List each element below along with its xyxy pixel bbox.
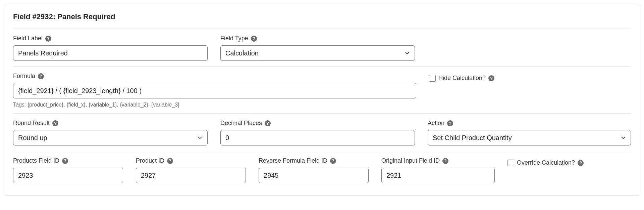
original-input-field-id-input[interactable] (381, 168, 495, 183)
product-id-input[interactable] (136, 168, 246, 183)
round-result-label: Round Result ? (13, 120, 208, 127)
help-icon[interactable]: ? (38, 73, 44, 79)
panel-title: Field #2932: Panels Required (13, 12, 631, 21)
round-result-select[interactable]: Round up (13, 130, 208, 145)
override-calculation-checkbox[interactable] (507, 160, 514, 166)
help-icon[interactable]: ? (167, 158, 173, 164)
hide-calculation-label: Hide Calculation? (438, 75, 486, 82)
help-icon[interactable]: ? (251, 36, 257, 42)
action-value: Set Child Product Quantity (433, 134, 512, 142)
override-calculation-group: Override Calculation? ? (507, 157, 631, 166)
decimal-places-group: Decimal Places ? (220, 120, 415, 145)
reverse-formula-field-id-label: Reverse Formula Field ID ? (259, 157, 369, 164)
products-field-id-text: Products Field ID (13, 157, 59, 164)
field-type-label: Field Type ? (220, 35, 415, 42)
field-type-group: Field Type ? Calculation (220, 35, 415, 61)
help-icon[interactable]: ? (330, 158, 336, 164)
product-id-text: Product ID (136, 157, 164, 164)
round-result-group: Round Result ? Round up (13, 120, 208, 145)
action-group: Action ? Set Child Product Quantity (428, 120, 631, 145)
decimal-places-text: Decimal Places (220, 120, 262, 127)
help-icon[interactable]: ? (488, 75, 494, 81)
hide-calculation-group: Hide Calculation? ? (429, 73, 631, 82)
row-label-type: Field Label ? Field Type ? Calculation (13, 29, 631, 64)
formula-label: Formula ? (13, 73, 416, 80)
action-text: Action (428, 120, 444, 127)
decimal-places-input[interactable] (220, 130, 415, 145)
help-icon[interactable]: ? (62, 158, 68, 164)
field-type-select[interactable]: Calculation (220, 45, 415, 61)
field-label-text: Field Label (13, 35, 43, 42)
help-icon[interactable]: ? (45, 36, 51, 42)
help-icon[interactable]: ? (442, 158, 448, 164)
hide-calculation-checkbox[interactable] (429, 75, 436, 82)
row-formula: Formula ? Tags: {product_price}, {field_… (13, 67, 631, 111)
field-label-input[interactable] (13, 45, 208, 61)
formula-tags-hint: Tags: {product_price}, {field_x}, {varia… (13, 102, 416, 108)
products-field-id-label: Products Field ID ? (13, 157, 123, 164)
row-ids: Products Field ID ? Product ID ? Reverse… (13, 151, 631, 186)
help-icon[interactable]: ? (447, 120, 453, 126)
reverse-formula-field-id-group: Reverse Formula Field ID ? (259, 157, 369, 183)
action-label: Action ? (428, 120, 631, 127)
chevron-down-icon (621, 135, 626, 140)
field-type-text: Field Type (220, 35, 248, 42)
decimal-places-label: Decimal Places ? (220, 120, 415, 127)
product-id-group: Product ID ? (136, 157, 246, 183)
product-id-label: Product ID ? (136, 157, 246, 164)
original-input-field-id-label: Original Input Field ID ? (381, 157, 495, 164)
round-result-value: Round up (18, 134, 47, 142)
row-round-action: Round Result ? Round up Decimal Places ?… (13, 114, 631, 148)
field-settings-panel: Field #2932: Panels Required Field Label… (5, 5, 639, 196)
chevron-down-icon (405, 50, 410, 56)
chevron-down-icon (197, 135, 203, 140)
round-result-text: Round Result (13, 120, 50, 127)
products-field-id-input[interactable] (13, 168, 123, 183)
formula-label-text: Formula (13, 73, 35, 80)
reverse-formula-field-id-input[interactable] (259, 168, 369, 183)
original-input-field-id-group: Original Input Field ID ? (381, 157, 495, 183)
help-icon[interactable]: ? (578, 160, 584, 166)
field-label-label: Field Label ? (13, 35, 208, 42)
override-calculation-label: Override Calculation? (517, 159, 575, 166)
formula-input[interactable] (13, 83, 416, 98)
products-field-id-group: Products Field ID ? (13, 157, 123, 183)
reverse-formula-field-id-text: Reverse Formula Field ID (259, 157, 327, 164)
help-icon[interactable]: ? (265, 120, 271, 126)
formula-group: Formula ? Tags: {product_price}, {field_… (13, 73, 416, 108)
original-input-field-id-text: Original Input Field ID (381, 157, 440, 164)
field-type-value: Calculation (225, 49, 259, 57)
field-label-group: Field Label ? (13, 35, 208, 61)
action-select[interactable]: Set Child Product Quantity (428, 130, 631, 145)
help-icon[interactable]: ? (52, 120, 58, 126)
